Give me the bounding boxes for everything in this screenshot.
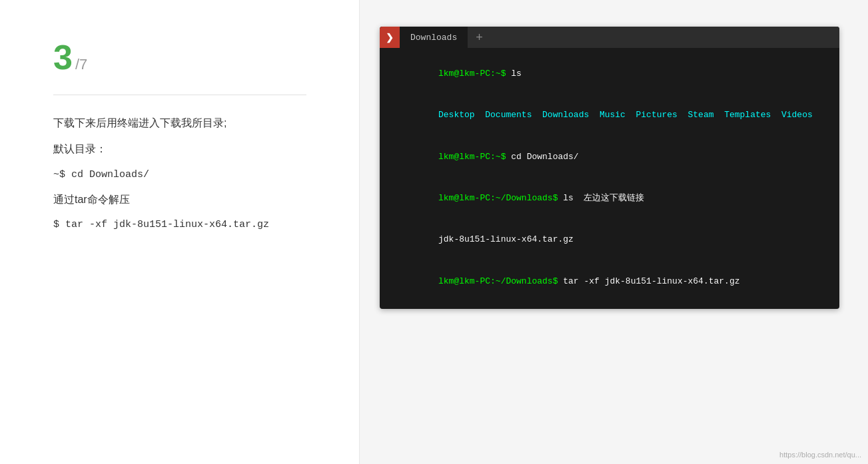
terminal-line-3: lkm@lkm-PC:~$ cd Downloads/	[386, 136, 833, 178]
divider	[53, 95, 306, 95]
instruction-line-1: 下载下来后用终端进入下载我所目录;	[53, 114, 319, 133]
watermark: https://blog.csdn.net/qu...	[779, 451, 861, 459]
terminal-tab-icon: ❯	[380, 27, 400, 48]
instruction-line-3: ~$ cd Downloads/	[53, 166, 319, 184]
step-number: 3	[53, 40, 73, 75]
terminal-line-5: jdk-8u151-linux-x64.tar.gz	[386, 220, 833, 261]
terminal-line-1: lkm@lkm-PC:~$ ls	[386, 53, 833, 95]
terminal-icon-symbol: ❯	[386, 32, 394, 43]
plus-icon: +	[476, 31, 483, 45]
terminal-tab[interactable]: Downloads	[400, 27, 468, 48]
instruction-line-5: $ tar -xf jdk-8u151-linux-x64.tar.gz	[53, 216, 319, 234]
terminal-line-6: lkm@lkm-PC:~/Downloads$ tar -xf jdk-8u15…	[386, 261, 833, 302]
terminal-body: lkm@lkm-PC:~$ ls Desktop Documents Downl…	[380, 48, 839, 309]
terminal-add-tab-button[interactable]: +	[468, 27, 491, 48]
step-header: 3 /7	[53, 40, 319, 75]
terminal-line-4: lkm@lkm-PC:~/Downloads$ ls 左边这下载链接	[386, 178, 833, 219]
prompt-1: lkm@lkm-PC:~$	[438, 69, 506, 79]
terminal-titlebar: ❯ Downloads +	[380, 27, 839, 48]
step-total: /7	[75, 56, 87, 73]
left-panel: 3 /7 下载下来后用终端进入下载我所目录; 默认目录： ~$ cd Downl…	[0, 0, 360, 464]
instruction-line-4: 通过tar命令解压	[53, 190, 319, 210]
instruction-line-2: 默认目录：	[53, 140, 319, 159]
terminal-window: ❯ Downloads + lkm@lkm-PC:~$ ls Desktop D…	[380, 27, 839, 309]
right-panel: ❯ Downloads + lkm@lkm-PC:~$ ls Desktop D…	[360, 0, 868, 464]
terminal-tab-label: Downloads	[410, 33, 457, 43]
page-container: 3 /7 下载下来后用终端进入下载我所目录; 默认目录： ~$ cd Downl…	[0, 0, 868, 464]
terminal-line-2: Desktop Documents Downloads Music Pictur…	[386, 95, 833, 136]
